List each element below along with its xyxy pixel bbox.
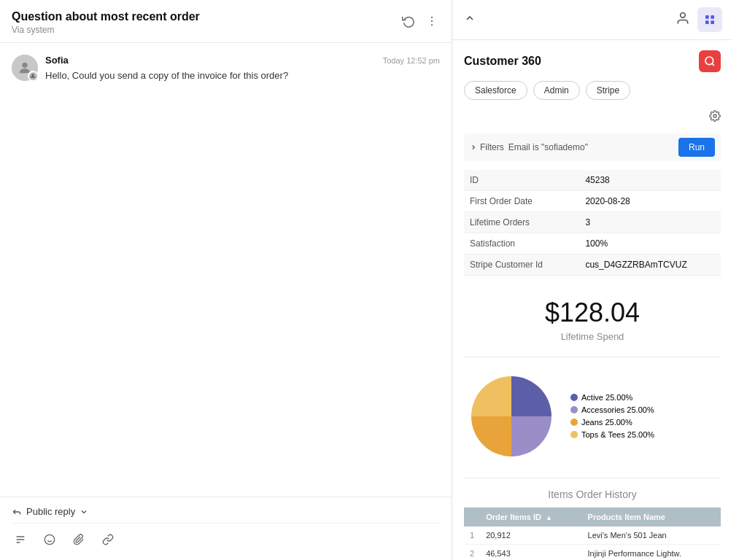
collapse-button[interactable] bbox=[462, 11, 477, 28]
table-row: Lifetime Orders3 bbox=[464, 212, 721, 233]
legend-item: Tops & Tees 25.00% bbox=[570, 430, 654, 439]
row-value: cus_D4GZZRBAmTCVUZ bbox=[579, 254, 721, 276]
user-icon bbox=[676, 11, 690, 26]
svg-rect-11 bbox=[705, 20, 709, 24]
row-key: First Order Date bbox=[464, 191, 579, 212]
legend-dot bbox=[570, 394, 578, 401]
table-row: ID45238 bbox=[464, 170, 721, 191]
row-value: 2020-08-28 bbox=[579, 191, 721, 212]
filter-settings-row bbox=[464, 110, 721, 125]
header-icon-group bbox=[400, 13, 440, 32]
conversation-header: Question about most recent order Via sys… bbox=[0, 0, 452, 43]
chart-legend: Active 25.00%Accessories 25.00%Jeans 25.… bbox=[570, 393, 654, 443]
svg-point-15 bbox=[713, 114, 716, 117]
svg-line-14 bbox=[712, 63, 714, 66]
svg-rect-12 bbox=[711, 20, 714, 24]
lifetime-amount: $128.04 bbox=[464, 298, 721, 328]
row-order-id: 20,912 bbox=[480, 526, 581, 545]
search-icon bbox=[704, 55, 716, 67]
text-icon bbox=[15, 534, 26, 545]
avatar-badge bbox=[28, 71, 38, 81]
svg-point-13 bbox=[705, 57, 713, 65]
row-key: Stripe Customer Id bbox=[464, 254, 579, 276]
message-time: Today 12:52 pm bbox=[383, 56, 440, 65]
more-options-icon-button[interactable] bbox=[424, 13, 440, 32]
row-value: 100% bbox=[579, 233, 721, 254]
message-row: Sofia Today 12:52 pm Hello, Could you se… bbox=[12, 55, 440, 83]
lifetime-label: Lifetime Spend bbox=[464, 331, 721, 342]
history-icon bbox=[402, 15, 415, 28]
attach-button[interactable] bbox=[70, 531, 88, 551]
reply-tab-label: Public reply bbox=[26, 506, 75, 517]
history-icon-button[interactable] bbox=[400, 13, 417, 32]
user-icon-button[interactable] bbox=[674, 9, 692, 30]
order-table-row: 246,543Injinji Performance Lightw. bbox=[464, 545, 721, 561]
legend-dot bbox=[570, 406, 578, 413]
customer-data-table: ID45238First Order Date2020-08-28Lifetim… bbox=[464, 170, 721, 276]
row-product-name: Levi's Men's 501 Jean bbox=[582, 526, 721, 545]
chevron-down-icon bbox=[80, 508, 88, 516]
svg-point-5 bbox=[44, 534, 54, 544]
message-sender: Sofia bbox=[45, 55, 69, 66]
svg-rect-9 bbox=[705, 15, 709, 19]
chevron-up-icon bbox=[464, 12, 476, 24]
row-product-name: Injinji Performance Lightw. bbox=[582, 545, 721, 561]
reply-icon bbox=[12, 507, 22, 517]
reply-toolbar bbox=[12, 523, 440, 554]
link-button[interactable] bbox=[99, 531, 117, 551]
text-format-button[interactable] bbox=[12, 531, 29, 551]
row-key: Satisfaction bbox=[464, 233, 579, 254]
legend-label: Jeans 25.00% bbox=[581, 418, 632, 427]
conversation-subtitle: Via system bbox=[12, 25, 200, 35]
tab-stripe[interactable]: Stripe bbox=[586, 81, 630, 100]
order-table: Order Items ID ▲ Products Item Name 120,… bbox=[464, 508, 721, 560]
filter-value: Email is "sofiademo" bbox=[508, 142, 588, 152]
svg-point-8 bbox=[681, 13, 686, 18]
order-history-title: Items Order History bbox=[464, 489, 721, 500]
c360-title: Customer 360 bbox=[464, 55, 541, 68]
legend-item: Accessories 25.00% bbox=[570, 405, 654, 414]
search-icon-button[interactable] bbox=[699, 50, 721, 72]
run-button[interactable]: Run bbox=[678, 138, 715, 157]
legend-item: Jeans 25.00% bbox=[570, 418, 654, 427]
row-key: ID bbox=[464, 170, 579, 191]
tab-admin[interactable]: Admin bbox=[533, 81, 580, 100]
svg-point-1 bbox=[431, 20, 433, 22]
left-panel: Question about most recent order Via sys… bbox=[0, 0, 452, 560]
conversation-title: Question about most recent order bbox=[12, 10, 200, 23]
customer360-panel: Customer 360 Salesforce Admin Stripe bbox=[452, 40, 732, 560]
header-text: Question about most recent order Via sys… bbox=[12, 10, 200, 35]
badge-icon bbox=[29, 72, 37, 80]
svg-point-3 bbox=[22, 63, 27, 68]
table-row: Satisfaction100% bbox=[464, 233, 721, 254]
order-history-section: Items Order History Order Items ID ▲ Pro… bbox=[464, 478, 721, 560]
row-order-id: 46,543 bbox=[480, 545, 581, 561]
svg-point-2 bbox=[431, 24, 433, 26]
more-vertical-icon bbox=[425, 15, 438, 28]
chevron-right-icon bbox=[470, 144, 477, 151]
emoji-button[interactable] bbox=[41, 531, 58, 551]
col-order-id[interactable]: Order Items ID ▲ bbox=[480, 508, 581, 526]
row-num: 2 bbox=[464, 545, 480, 561]
right-top-bar bbox=[452, 0, 732, 40]
message-header: Sofia Today 12:52 pm bbox=[45, 55, 440, 66]
grid-icon bbox=[704, 14, 716, 26]
c360-tabs: Salesforce Admin Stripe bbox=[464, 81, 721, 100]
filter-row: Filters Email is "sofiademo" Run bbox=[464, 133, 721, 161]
message-text: Hello, Could you send a copy of the invo… bbox=[45, 69, 440, 83]
settings-icon-button[interactable] bbox=[709, 110, 721, 125]
pie-chart bbox=[464, 369, 559, 466]
legend-label: Active 25.00% bbox=[581, 393, 632, 402]
filter-toggle[interactable]: Filters bbox=[470, 142, 504, 152]
row-value: 45238 bbox=[579, 170, 721, 191]
sort-icon: ▲ bbox=[546, 514, 552, 521]
col-num bbox=[464, 508, 480, 526]
tab-salesforce[interactable]: Salesforce bbox=[464, 81, 527, 100]
filter-label-text: Filters bbox=[480, 142, 504, 152]
c360-header: Customer 360 bbox=[464, 50, 721, 72]
grid-apps-button[interactable] bbox=[697, 7, 722, 32]
user-badge-icon bbox=[30, 73, 36, 79]
avatar bbox=[12, 55, 38, 81]
legend-dot bbox=[570, 431, 578, 438]
public-reply-tab[interactable]: Public reply bbox=[12, 506, 440, 517]
